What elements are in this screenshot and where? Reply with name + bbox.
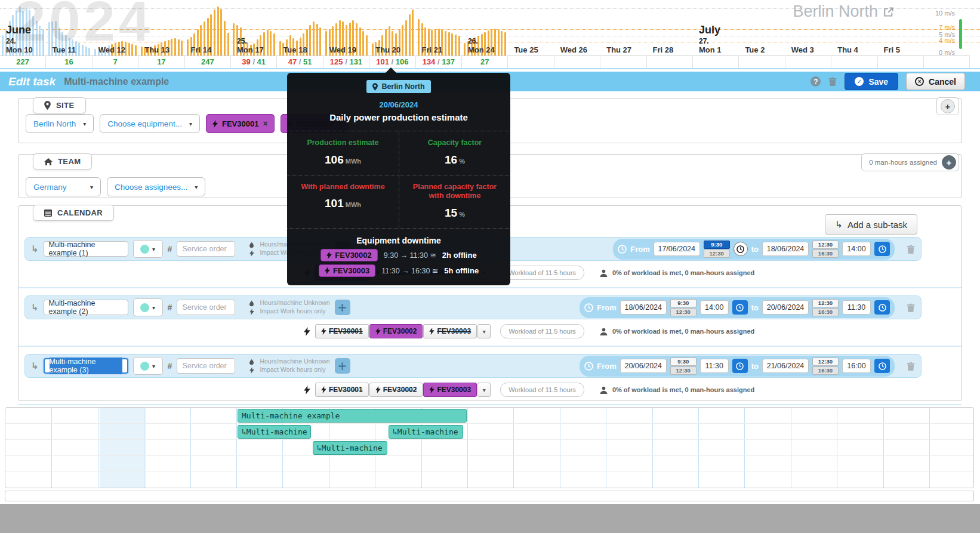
day-production-value: 39 / 41 [231,56,277,68]
to-time-picker-button[interactable] [874,242,890,256]
from-date-input[interactable]: 20/06/2024 [620,359,667,373]
to-time-picker-button[interactable] [874,300,890,315]
gantt-gridline [791,408,791,488]
service-order-input[interactable]: Service order [177,241,235,257]
subtask-color-select[interactable]: ▾ [133,357,163,375]
from-shift-times[interactable]: 9:30 12:30 [670,358,697,375]
timeline-day[interactable]: Fri 21 [416,0,462,56]
chevron-down-icon: ▾ [152,363,155,369]
to-shift-times[interactable]: 12:30 16:30 [812,299,839,316]
equipment-tag[interactable]: FEV30001 [315,324,369,338]
man-hours-label: 0 man-hours assigned [869,159,937,166]
timeline-day[interactable]: Fri 28 [647,0,693,56]
from-time-picker-button[interactable] [732,300,748,315]
to-time-input[interactable]: 14:00 [842,242,871,256]
day-label: Wed 3 [791,45,814,54]
plus-icon[interactable]: + [941,99,955,113]
timeline-day[interactable]: Thu 27 [600,0,646,56]
tooltip-title: Daily power production estimate [287,112,510,122]
from-time-picker-button[interactable] [734,242,748,256]
gantt-gridline [929,408,930,488]
day-production-value: 47 / 51 [277,56,323,68]
to-time-input[interactable]: 16:00 [842,359,871,373]
equipment-tag[interactable]: FEV30003 [423,383,477,397]
equipment-select[interactable]: Choose equipment...▾ [100,114,200,133]
plus-icon[interactable]: + [942,155,956,170]
task-name-label: Multi-machine example [64,76,169,87]
subtask-name-input[interactable]: Multi-machine example (2) [44,300,128,315]
from-shift-times[interactable]: 9:30 12:30 [670,299,697,316]
equipment-tag[interactable]: FEV30002 [369,324,423,338]
team-select[interactable]: Germany▾ [26,177,101,196]
gantt-gridline [467,408,468,488]
delete-subtask-icon[interactable] [907,245,915,254]
gantt-bar-subtask[interactable]: ↳Multi-machine [238,425,311,439]
equipment-dropdown-caret[interactable]: ▾ [477,324,491,338]
timeline-day[interactable]: Tue 25 [508,0,554,56]
timeline-day[interactable]: 25.Mon 17 [231,0,277,56]
equipment-tag[interactable]: FEV30001 × [206,114,275,133]
equipment-tag[interactable]: FEV30002 [369,383,423,397]
equipment-tag[interactable]: FEV30001 [315,383,369,397]
delete-subtask-icon[interactable] [907,362,915,371]
timeline-day[interactable]: Wed 19 [323,0,369,56]
gantt-bar-subtask[interactable]: ↳Multi-machine [313,441,387,455]
stat-capacity-with-downtime: Planned capacity factor with downtime 15… [399,175,510,228]
timeline-day[interactable]: Wed 26 [554,0,600,56]
from-time-input[interactable]: 14:00 [700,300,729,315]
scroll-thumb[interactable] [959,19,962,49]
subtask-color-select[interactable]: ▾ [133,240,163,258]
downtime-row: FEV30003 11:30 → 16:30 ≅ 5h offline [287,264,510,277]
chevron-down-icon: ▾ [195,184,198,190]
from-shift-times[interactable]: 9:30 12:30 [704,241,730,258]
to-date-input[interactable]: 18/06/2024 [762,242,809,256]
site-select[interactable]: Berlin North▾ [26,114,94,133]
cancel-button[interactable]: × Cancel [906,73,965,90]
subtask-color-select[interactable]: ▾ [133,298,163,316]
add-subtask-button[interactable]: ↳ Add a sub-task [825,214,917,235]
help-icon[interactable]: ? [810,76,821,87]
gantt-gridline [837,408,837,488]
to-shift-times[interactable]: 12:30 16:30 [812,358,839,375]
to-date-input[interactable]: 21/06/2024 [762,359,809,373]
to-time-input[interactable]: 11:30 [842,300,871,315]
subtask-name-input[interactable]: Multi-machine example (3) [44,358,128,374]
move-button[interactable] [335,358,350,374]
site-title: Berlin North [793,2,893,21]
day-label: Tue 25 [514,45,538,54]
gantt-bar-subtask[interactable]: ↳Multi-machine [389,425,463,439]
move-icon [338,304,346,312]
to-time-picker-button[interactable] [874,359,890,373]
to-shift-times[interactable]: 12:30 16:30 [812,241,839,258]
delete-task-icon[interactable] [828,77,837,86]
remove-tag-icon[interactable]: × [263,119,267,128]
assignees-select[interactable]: Choose assignees...▾ [107,177,205,196]
save-button[interactable]: ✓ Save [845,73,898,90]
month-label: July [699,24,720,36]
move-button[interactable] [335,300,350,315]
timeline-day[interactable]: Tue 2 [739,0,785,56]
external-link-icon[interactable] [884,7,893,17]
from-time-picker-button[interactable] [732,359,748,373]
from-time-input[interactable]: 11:30 [700,359,729,373]
service-order-input[interactable]: Service order [177,300,235,315]
service-order-hash: # [168,303,172,312]
day-label: Tue 18 [283,45,307,54]
timeline-day[interactable]: Fri 14 [185,0,231,56]
timeline-day[interactable]: July27.Mon 1 [693,0,739,56]
gantt-bar-task[interactable]: Multi-machine example [238,409,467,423]
tooltip-site-chip: Berlin North [366,80,430,93]
service-order-input[interactable]: Service order [177,358,235,374]
timeline-day[interactable]: 26.Mon 24 [462,0,508,56]
delete-subtask-icon[interactable] [907,303,915,312]
equipment-tag[interactable]: FEV30003 [423,324,477,338]
timeline-day[interactable]: Thu 20 [369,0,415,56]
from-date-input[interactable]: 17/06/2024 [654,242,700,256]
from-date-input[interactable]: 18/06/2024 [620,300,667,315]
timeline-day[interactable]: Tue 18 [277,0,323,56]
to-date-input[interactable]: 20/06/2024 [762,300,809,315]
subtask-name-input[interactable]: Multi-machine example (1) [44,241,128,257]
clock-icon [879,245,886,253]
equipment-dropdown-caret[interactable]: ▾ [477,383,491,397]
day-production-value [647,56,693,68]
